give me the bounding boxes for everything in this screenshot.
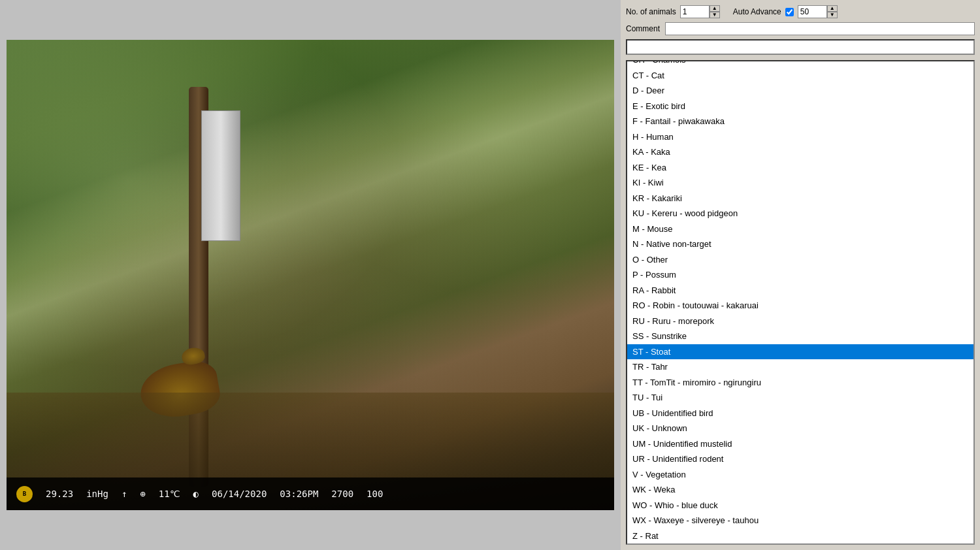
auto-advance-checkbox[interactable] (785, 8, 794, 16)
species-item[interactable]: WK - Weka (627, 482, 973, 498)
species-item[interactable]: WX - Waxeye - silvereye - tauhou (627, 513, 973, 528)
comment-label: Comment (626, 24, 660, 33)
no-of-animals-input[interactable] (680, 5, 710, 18)
species-item[interactable]: N - Native non-target (627, 236, 973, 252)
auto-advance-input-wrapper[interactable]: ▲ ▼ (798, 5, 838, 18)
species-item[interactable]: KR - Kakariki (627, 191, 973, 206)
number2-value: 100 (367, 489, 383, 499)
pressure-unit: inHg (86, 489, 108, 499)
no-of-animals-down[interactable]: ▼ (710, 12, 720, 18)
species-item[interactable]: E - Exotic bird (627, 99, 973, 114)
moon-icon: ◐ (193, 489, 199, 499)
species-item[interactable]: TR - Tahr (627, 359, 973, 375)
auto-advance-input[interactable] (798, 5, 827, 18)
camera-status-bar: B 29.23 inHg ↑ ⊕ 11℃ ◐ 06/14/2020 03:26P… (7, 477, 614, 510)
species-item[interactable]: Z - Rat (627, 528, 973, 544)
species-item[interactable]: KU - Kereru - wood pidgeon (627, 206, 973, 221)
auto-advance-up[interactable]: ▲ (827, 5, 838, 12)
time-value: 03:26PM (280, 489, 318, 499)
date-value: 06/14/2020 (212, 489, 267, 499)
pressure-arrow: ↑ (122, 489, 127, 499)
browning-logo: B (16, 486, 33, 502)
species-item[interactable]: RA - Rabbit (627, 283, 973, 299)
species-item[interactable]: O - Other (627, 252, 973, 268)
species-item[interactable]: UR - Unidentified rodent (627, 451, 973, 467)
trail-cam-image-container: B 29.23 inHg ↑ ⊕ 11℃ ◐ 06/14/2020 03:26P… (7, 40, 614, 510)
species-search-input[interactable] (626, 39, 975, 55)
species-item[interactable]: H - Human (627, 129, 973, 145)
species-item[interactable]: D - Deer (627, 83, 973, 99)
comment-input[interactable] (665, 22, 975, 35)
no-of-animals-input-wrapper[interactable]: ▲ ▼ (680, 5, 720, 18)
species-item[interactable]: RO - Robin - toutouwai - kakaruai (627, 298, 973, 314)
species-item[interactable]: TT - TomTit - miromiro - ngirungiru (627, 375, 973, 391)
no-of-animals-group: No. of animals ▲ ▼ (626, 5, 720, 18)
species-item[interactable]: UK - Unknown (627, 421, 973, 436)
comment-row: Comment (626, 22, 975, 35)
auto-advance-group: Auto Advance ▲ ▼ (733, 5, 838, 18)
species-listbox[interactable]: BB - Bellbird - korimakoBC - Brown creep… (626, 60, 975, 545)
species-item[interactable]: UM - Unidentified mustelid (627, 436, 973, 452)
no-of-animals-spinner[interactable]: ▲ ▼ (710, 5, 720, 18)
species-item[interactable]: CT - Cat (627, 68, 973, 84)
species-item[interactable]: P - Possum (627, 267, 973, 283)
trail-cam-image: B 29.23 inHg ↑ ⊕ 11℃ ◐ 06/14/2020 03:26P… (7, 40, 614, 510)
controls-row: No. of animals ▲ ▼ Auto Advance ▲ ▼ (626, 5, 975, 18)
no-of-animals-up[interactable]: ▲ (710, 5, 720, 12)
species-item[interactable]: SS - Sunstrike (627, 329, 973, 344)
species-item[interactable]: UB - Unidentified bird (627, 406, 973, 421)
temp-icon: ⊕ (140, 489, 145, 499)
right-panel: No. of animals ▲ ▼ Auto Advance ▲ ▼ (621, 0, 980, 550)
trap-box (201, 110, 240, 241)
no-of-animals-label: No. of animals (626, 7, 676, 16)
species-item[interactable]: KA - Kaka (627, 144, 973, 160)
species-item[interactable]: CH - Chamois (627, 60, 973, 68)
auto-advance-spinner[interactable]: ▲ ▼ (827, 5, 838, 18)
species-item[interactable]: ST - Stoat (627, 344, 973, 360)
species-item[interactable]: KE - Kea (627, 160, 973, 176)
pressure-value: 29.23 (46, 489, 73, 499)
number1-value: 2700 (331, 489, 353, 499)
image-panel: B 29.23 inHg ↑ ⊕ 11℃ ◐ 06/14/2020 03:26P… (0, 0, 621, 550)
species-item[interactable]: RU - Ruru - morepork (627, 314, 973, 329)
species-item[interactable]: TU - Tui (627, 390, 973, 406)
temperature-value: 11℃ (159, 489, 180, 499)
auto-advance-label: Auto Advance (733, 7, 781, 16)
species-item[interactable]: V - Vegetation (627, 467, 973, 483)
species-item[interactable]: F - Fantail - piwakawaka (627, 114, 973, 129)
species-item[interactable]: M - Mouse (627, 221, 973, 237)
species-item[interactable]: KI - Kiwi (627, 175, 973, 191)
species-item[interactable]: WO - Whio - blue duck (627, 498, 973, 513)
auto-advance-down[interactable]: ▼ (827, 12, 838, 18)
